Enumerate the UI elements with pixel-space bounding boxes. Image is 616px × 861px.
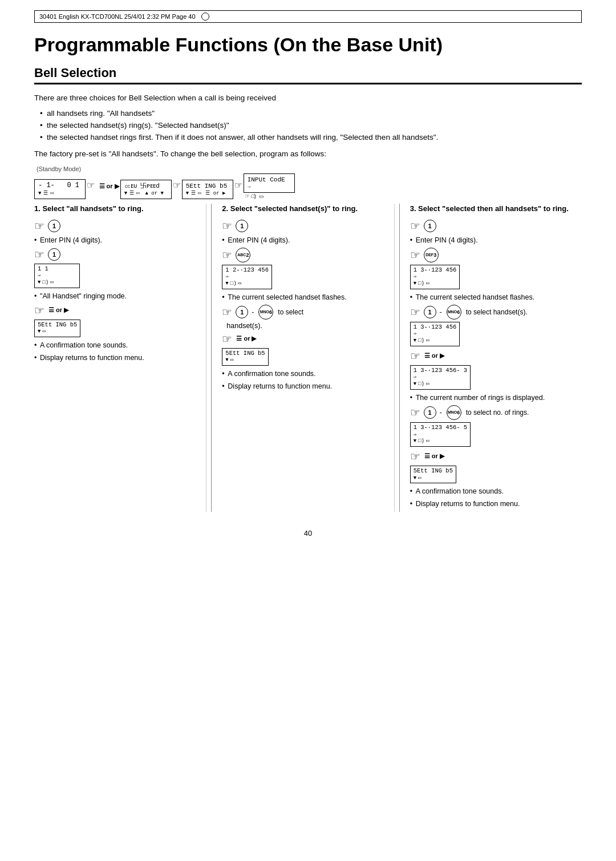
top-flow-diagram: - 1- 0 1 ▼ ☰ ▭ ☞ ☰ or ▶ ㏄ᴇᴜ 卐ᴘᴇᴇd ▼ (34, 173, 582, 199)
bullet-3: the selected handset rings first. Then i… (40, 132, 582, 144)
flow-lcd-3: 5Ett ING b5 ▼ ☰ ▭ ☰ or ▶ (182, 180, 233, 199)
btn-2-1: 1 (236, 220, 248, 232)
step-3-menu-or-1: ☞ ☰ or ▶ (410, 349, 576, 363)
step-1-hand-2: ☞ 1 (34, 248, 200, 261)
hand-icon-3a: ☞ (410, 219, 420, 233)
lcd-setting-2: 5Ett ING b5 ▼ ▭ (222, 348, 388, 366)
flow-lcd-4: INPUt CodE → (244, 173, 295, 193)
hand-icon-3f: ☞ (410, 450, 420, 463)
note-confirm-1: A confirmation tone sounds. (34, 340, 200, 350)
hand-icon-2: ☞ (173, 180, 181, 190)
lcd-setting-1: 5Ett ING b5 ▼ ▭ (34, 320, 200, 337)
hand-icon: ☞ (34, 219, 44, 233)
to-select-3: to select handset(s). (466, 308, 528, 316)
intro-line1: There are three choices for Bell Selecti… (34, 92, 582, 104)
step-2-menu-or: ☞ ☰ or ▶ (222, 332, 388, 346)
flow-arrow-3: ☞ (234, 180, 242, 193)
step-2-hand-abc2: ☞ ABC2 (222, 248, 388, 262)
lcd-display-1: 1 1 ⇒ ▼□) ▭ (34, 264, 200, 288)
hand-icon-3d: ☞ (410, 349, 420, 363)
btn-abc2: ABC2 (236, 248, 250, 262)
hand-icon-4: ☞ (245, 193, 250, 199)
standby-label: (Standby Mode) (37, 165, 582, 172)
to-select-2: to select (278, 308, 303, 316)
header-circle (201, 13, 209, 21)
flow-box-1: - 1- 0 1 ▼ ☰ ▭ (34, 179, 86, 199)
hand-icon-2a: ☞ (222, 219, 232, 233)
hand-icon-3b: ☞ (410, 248, 420, 262)
step-2-hand-1: ☞ 1 (222, 219, 388, 233)
factory-text: The factory pre-set is "All handsets". T… (34, 148, 582, 160)
hand-icon-1: ☞ (87, 180, 95, 190)
note-confirm-2: A confirmation tone sounds. (222, 369, 388, 379)
section-title-bar: Bell Selection (34, 66, 582, 84)
intro-bullets: all handsets ring. "All handsets" the se… (40, 108, 582, 144)
header-text: 30401 English KX-TCD700NL 25/4/01 2:32 P… (39, 13, 196, 20)
flow-box-3: 5Ett ING b5 ▼ ☰ ▭ ☰ or ▶ (182, 180, 233, 199)
hand-icon-3c: ☞ (410, 305, 420, 319)
header-bar: 30401 English KX-TCD700NL 25/4/01 2:32 P… (34, 10, 582, 23)
note-all-handset: "All Handset" ringing mode. (34, 291, 200, 301)
step-2-hand-range: ☞ 1 - MNO6 to select (222, 305, 388, 320)
range-dash-2: - (252, 308, 254, 316)
page-title: Programmable Functions (On the Base Unit… (34, 34, 582, 55)
btn-1b: 1 (48, 248, 60, 261)
lcd-setting-3: 5Ett ING b5 ▼ ▭ (410, 466, 576, 483)
flow-row: - 1- 0 1 ▼ ☰ ▭ ☞ ☰ or ▶ ㏄ᴇᴜ 卐ᴘᴇᴇd ▼ (34, 173, 582, 199)
lcd-display-3b: 1 3-·123 456 ⇒ ▼□) ▭ (410, 322, 576, 346)
btn-def3: DEF3 (424, 248, 439, 262)
btn-1: 1 (48, 220, 60, 232)
hand-icon-3e: ☞ (410, 406, 420, 419)
flow-box-4: INPUt CodE → ☞ □) ▭ (244, 173, 295, 199)
step-title-1: 1. Select "all handsets" to ring. (34, 204, 200, 214)
btn-menu-or-1: ☰ or ▶ (97, 183, 119, 189)
flow-arrow-2: ☞ (173, 180, 181, 193)
btn-3-1: 1 (424, 220, 436, 232)
step-3-hand-1: ☞ 1 (410, 219, 576, 233)
flow-lcd-2: ㏄ᴇᴜ 卐ᴘᴇᴇd ▼ ☰ ▭ ▲ or ▼ (120, 180, 172, 199)
step-col-2: 2. Select "selected handset(s)" to ring.… (216, 204, 394, 511)
menu-or-text-1: ☰ or ▶ (47, 306, 68, 314)
btn-range-3-1: 1 (424, 306, 436, 318)
btn-range-3-6: MNO6 (447, 305, 461, 320)
bullet-1: all handsets ring. "All handsets" (40, 108, 582, 120)
col-divider-2 (399, 204, 400, 511)
note-enter-pin-1: Enter PIN (4 digits). (34, 235, 200, 245)
menu-or-2: ☰ or ▶ (234, 335, 256, 342)
hand-icon-2c: ☞ (222, 305, 232, 319)
note-current-selected-2: The current selected handset flashes. (222, 292, 388, 302)
menu-or-3a: ☰ or ▶ (423, 352, 444, 359)
hand-icon-2b: ☞ (222, 248, 232, 262)
steps-row: 1. Select "all handsets" to ring. ☞ 1 En… (34, 204, 582, 511)
step-1-hand-1: ☞ 1 (34, 219, 200, 233)
note-current-selected-3: The current selected handset flashes. (410, 292, 576, 302)
btn-range-2-1: 1 (236, 306, 248, 318)
step-3-hand-range2: ☞ 1 - MNO6 to select no. of rings. (410, 405, 576, 420)
range-dash-3b: - (440, 409, 442, 417)
page-number: 40 (34, 529, 582, 537)
note-enter-pin-3: Enter PIN (4 digits). (410, 235, 576, 245)
note-current-rings: The current number of rings is displayed… (410, 393, 576, 403)
btn-range-3b-1: 1 (424, 406, 436, 419)
lcd-display-3a: 1 3-·123 456 ⇒ ▼□) ▭ (410, 265, 576, 289)
to-select-rings: to select no. of rings. (466, 409, 529, 417)
btn-range-3b-6: MNO6 (447, 405, 461, 420)
note-display-2: Display returns to function menu. (222, 381, 388, 391)
bullet-2: the selected handset(s) ring(s). "Select… (40, 120, 582, 132)
page: 30401 English KX-TCD700NL 25/4/01 2:32 P… (0, 0, 616, 861)
note-display-3: Display returns to function menu. (410, 499, 576, 509)
hand-icon-b: ☞ (34, 248, 44, 261)
note-confirm-3: A confirmation tone sounds. (410, 486, 576, 496)
col-divider-1 (211, 204, 212, 511)
menu-or-3b: ☰ or ▶ (423, 452, 444, 460)
lcd-display-3c: 1 3-·123 456- 3 ⇒ ▼□) ▭ (410, 365, 576, 390)
lcd-display-2: 1 2-·123 456 ⇒ ▼□) ▭ (222, 265, 388, 289)
step-title-3: 3. Select "selected then all handsets" t… (410, 204, 576, 214)
note-display-1: Display returns to function menu. (34, 353, 200, 363)
lcd-display-3d: 1 3-·123 456- 5 ⇒ ▼□) ▭ (410, 422, 576, 447)
hand-icon-3: ☞ (234, 180, 242, 190)
flow-lcd-1: - 1- 0 1 ▼ ☰ ▭ (34, 179, 86, 199)
btn-range-2-6: MNO6 (258, 305, 273, 320)
step-3-menu-or-2: ☞ ☰ or ▶ (410, 450, 576, 463)
step-col-1: 1. Select "all handsets" to ring. ☞ 1 En… (34, 204, 206, 511)
